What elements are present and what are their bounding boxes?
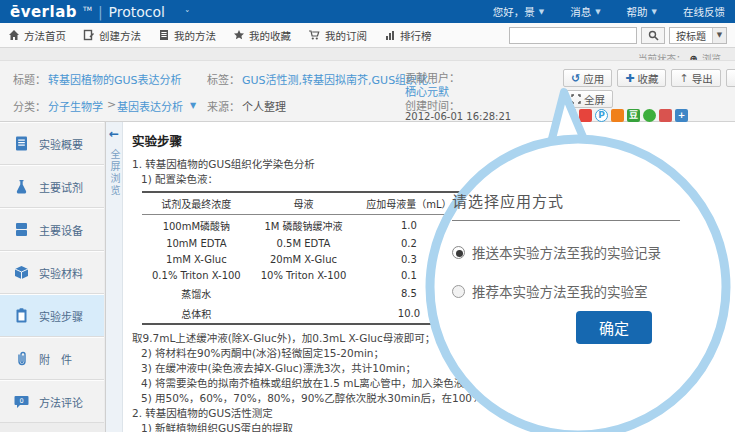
nav-my-favorites[interactable]: 我的收藏 <box>233 28 291 43</box>
print-button[interactable]: 打印 <box>726 69 735 87</box>
share-more-icon[interactable]: + <box>675 109 688 122</box>
table-row: 蒸馏水8.5 <box>142 283 462 303</box>
share-icon-1[interactable]: f <box>563 109 576 122</box>
category-expand-icon[interactable]: ▼ <box>190 101 196 110</box>
nav-my-methods[interactable]: 我的方法 <box>158 28 216 43</box>
logo-text: ēverlab <box>10 3 77 21</box>
apply-button[interactable]: ↺应用 <box>563 69 612 87</box>
comment-icon: 0 <box>13 393 30 410</box>
step-line: 1) 配置染色液： <box>132 172 735 187</box>
table-row: 10mM EDTA0.5M EDTA0.2 <box>142 235 462 251</box>
search-area: 按标题 ▼ <box>509 27 727 44</box>
step-line: 1) 新鲜植物组织GUS蛋白的提取 <box>132 421 735 432</box>
flask-icon <box>13 178 30 195</box>
title-label: 标题： <box>13 71 46 87</box>
reagent-table: 试剂及最终浓度 母液 应加母液量（mL） 100mM磷酸钠1M 磷酸钠缓冲液1.… <box>142 191 462 325</box>
share-icon-5[interactable]: 豆 <box>627 109 640 122</box>
box-icon <box>13 264 30 281</box>
sidebar-item-equipment[interactable]: 主要设备 <box>0 208 104 251</box>
help-menu[interactable]: 帮助▼ <box>627 4 657 19</box>
sidebar: 实验概要 主要试剂 主要设备 实验材料 实验步骤 附 件 0方法评论 <box>0 122 104 432</box>
source-value: 个人整理 <box>242 98 286 114</box>
option-recommend-to-lab[interactable]: 推荐本实验方法至我的实验室 <box>452 281 714 301</box>
top-bar: ēverlabTM | Protocol ˅ 您好，景▼ 消息▼ 帮助▼ 在线反… <box>0 0 735 23</box>
chevron-down-icon: ▼ <box>712 28 726 43</box>
search-category-value: 按标题 <box>670 28 712 43</box>
step-line: 2) 将材料在90%丙酮中(冰浴)轻微固定15-20min； <box>132 346 735 361</box>
logo-divider: | <box>98 4 103 20</box>
radio-unselected-icon[interactable] <box>452 285 465 298</box>
chevron-down-icon: ▼ <box>539 8 544 16</box>
radio-selected-icon[interactable] <box>452 246 465 259</box>
user-menu[interactable]: 您好，景▼ <box>493 4 544 19</box>
protocol-title-link[interactable]: 转基因植物的GUS表达分析 <box>48 71 182 87</box>
apply-method-popup: 请选择应用方式 推送本实验方法至我的实验记录 推荐本实验方法至我的实验室 确定 <box>452 190 714 320</box>
svg-text:0: 0 <box>19 397 23 405</box>
fullscreen-strip: ← 全屏浏览 <box>106 122 123 432</box>
share-icons-row: f P 豆 + <box>563 109 688 122</box>
brand-logo[interactable]: ēverlabTM | Protocol ˅ <box>10 3 190 21</box>
sidebar-item-overview[interactable]: 实验概要 <box>0 122 104 165</box>
bar-chart-icon <box>384 29 396 41</box>
sidebar-item-comments[interactable]: 0方法评论 <box>0 380 104 423</box>
share-icon-3[interactable]: P <box>595 109 608 122</box>
sidebar-item-attachments[interactable]: 附 件 <box>0 337 104 380</box>
option-label: 推荐本实验方法至我的实验室 <box>472 281 648 301</box>
product-name: Protocol <box>109 4 165 20</box>
fullscreen-button[interactable]: 全屏 <box>563 90 613 108</box>
protocol-meta-panel: 标题： 转基因植物的GUS表达分析 标签： GUS活性测,转基因拟南芥,GUS组… <box>0 60 735 122</box>
paperclip-icon <box>13 350 30 367</box>
confirm-button[interactable]: 确定 <box>576 311 652 344</box>
popup-title: 请选择应用方式 <box>452 190 714 211</box>
fullscreen-browse-toggle[interactable]: 全屏浏览 <box>109 149 120 197</box>
nav-create-method[interactable]: 创建方法 <box>83 28 141 43</box>
nav-ranking[interactable]: 排行榜 <box>384 28 432 43</box>
tags-label: 标签： <box>207 71 240 87</box>
chevron-down-icon: ▼ <box>652 8 657 16</box>
sidebar-item-reagents[interactable]: 主要试剂 <box>0 165 104 208</box>
export-icon: ↑ <box>679 72 688 85</box>
nav-my-subscriptions[interactable]: 我的订阅 <box>308 28 367 43</box>
table-row: 0.1% Triton X-10010% Triton X-1000.1 <box>142 267 462 283</box>
apply-icon: ↺ <box>571 72 580 85</box>
step-line: 3) 在缓冲液中(染色液去掉X-Gluc)漂洗3次，共计10min； <box>132 361 735 376</box>
table-row: 100mM磷酸钠1M 磷酸钠缓冲液1.0 <box>142 215 462 236</box>
search-icon <box>648 30 659 41</box>
top-menu: 您好，景▼ 消息▼ 帮助▼ 在线反馈 <box>493 4 725 19</box>
search-category-select[interactable]: 按标题 ▼ <box>669 27 727 44</box>
export-button[interactable]: ↑导出 <box>671 69 720 87</box>
share-icon-2[interactable] <box>579 109 592 122</box>
nav-items: 方法首页 创建方法 我的方法 我的收藏 我的订阅 排行榜 <box>8 28 432 43</box>
step-line: 5) 用50%，60%，70%，80%，90%乙醇依次脱水30min后，在100… <box>132 391 735 406</box>
share-icon-4[interactable] <box>611 109 624 122</box>
category-main-link[interactable]: 分子生物学 <box>48 98 103 114</box>
nav-method-home[interactable]: 方法首页 <box>8 28 66 43</box>
share-icon-7[interactable] <box>659 109 672 122</box>
option-push-to-records[interactable]: 推送本实验方法至我的实验记录 <box>452 242 714 262</box>
chevron-down-icon: ▼ <box>595 8 600 16</box>
sidebar-item-materials[interactable]: 实验材料 <box>0 251 104 294</box>
equipment-icon <box>13 221 30 238</box>
favorite-plus-icon: ✚ <box>625 72 634 85</box>
messages-menu[interactable]: 消息▼ <box>570 4 600 19</box>
feedback-link[interactable]: 在线反馈 <box>683 4 725 19</box>
create-icon <box>83 29 95 41</box>
step-line: 1. 转基因植物的GUS组织化学染色分析 <box>132 157 735 172</box>
popup-divider <box>452 220 680 221</box>
home-icon <box>8 29 20 41</box>
created-value: 2012-06-01 16:28:21 <box>405 111 511 122</box>
product-dropdown-icon[interactable]: ˅ <box>185 9 190 19</box>
sidebar-item-steps[interactable]: 实验步骤 <box>0 294 104 337</box>
category-label: 分类： <box>13 98 46 114</box>
fullscreen-icon <box>571 94 581 104</box>
category-sub-link[interactable]: 基因表达分析 <box>117 98 183 114</box>
back-arrow-icon[interactable]: ← <box>106 127 122 141</box>
logo-tm: TM <box>83 5 92 12</box>
search-button[interactable] <box>641 27 665 44</box>
table-header: 母液 <box>251 192 357 215</box>
favorite-button[interactable]: ✚收藏 <box>617 69 666 87</box>
share-icon-6[interactable] <box>643 109 656 122</box>
action-buttons: ↺应用 ✚收藏 ↑导出 打印 <box>563 69 735 87</box>
star-icon <box>233 29 245 41</box>
search-input[interactable] <box>509 27 637 44</box>
